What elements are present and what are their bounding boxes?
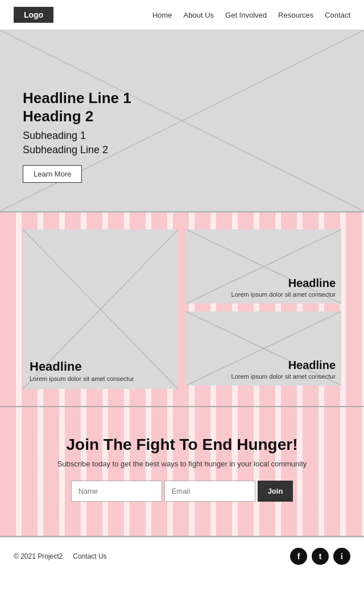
- card-large[interactable]: Headline Lorem ipsum dolor sit amet cons…: [23, 229, 178, 389]
- cta-section: Join The Fight To End Hunger! Subscribe …: [0, 407, 364, 537]
- hero-headline2: Heading 2: [23, 108, 131, 125]
- card-bottom-right-body: Lorem ipsum dolor sit amet consectur: [192, 373, 336, 380]
- cards-section: Headline Lorem ipsum dolor sit amet cons…: [0, 212, 364, 407]
- footer: © 2021 Project2 Contact Us f t i: [0, 537, 364, 575]
- card-bottom-right-headline: Headline: [192, 359, 336, 372]
- card-top-right[interactable]: Headline Lorem ipsum dolor sit amet cons…: [186, 229, 341, 304]
- nav-about[interactable]: About Us: [184, 11, 214, 19]
- logo: Logo: [14, 7, 53, 23]
- navbar: Logo Home About Us Get Involved Resource…: [0, 0, 364, 30]
- hero-section: Headline Line 1 Heading 2 Subheading 1 S…: [0, 30, 364, 212]
- cta-email-input[interactable]: [164, 481, 255, 502]
- cta-form: Join: [34, 481, 330, 502]
- nav-contact[interactable]: Contact: [325, 11, 350, 19]
- cards-grid: Headline Lorem ipsum dolor sit amet cons…: [23, 229, 341, 389]
- card-large-body: Lorem ipsum dolor sit amet consectur: [30, 375, 171, 382]
- cta-subtext: Subscribe today to get the best ways to …: [34, 460, 330, 468]
- cta-heading: Join The Fight To End Hunger!: [34, 436, 330, 454]
- card-bottom-right-label: Headline Lorem ipsum dolor sit amet cons…: [192, 359, 336, 380]
- card-top-right-body: Lorem ipsum dolor sit amet consectur: [192, 291, 336, 298]
- hero-content: Headline Line 1 Heading 2 Subheading 1 S…: [23, 89, 131, 183]
- nav-get-involved[interactable]: Get Involved: [225, 11, 267, 19]
- hero-subheading2: Subheading Line 2: [23, 143, 131, 157]
- card-top-right-label: Headline Lorem ipsum dolor sit amet cons…: [192, 277, 336, 298]
- nav-links: Home About Us Get Involved Resources Con…: [152, 10, 350, 20]
- card-large-label: Headline Lorem ipsum dolor sit amet cons…: [30, 359, 171, 382]
- twitter-icon[interactable]: t: [312, 548, 329, 565]
- card-right-column: Headline Lorem ipsum dolor sit amet cons…: [186, 229, 341, 389]
- instagram-icon[interactable]: i: [333, 548, 350, 565]
- facebook-icon[interactable]: f: [290, 548, 307, 565]
- footer-left: © 2021 Project2 Contact Us: [14, 552, 107, 560]
- card-top-right-headline: Headline: [192, 277, 336, 290]
- card-large-headline: Headline: [30, 359, 171, 374]
- card-bottom-right[interactable]: Headline Lorem ipsum dolor sit amet cons…: [186, 311, 341, 386]
- social-icons: f t i: [290, 548, 350, 565]
- cta-join-button[interactable]: Join: [258, 481, 293, 502]
- footer-contact-link[interactable]: Contact Us: [73, 552, 106, 560]
- footer-copyright: © 2021 Project2: [14, 552, 63, 560]
- hero-subheading1: Subheading 1: [23, 129, 131, 143]
- hero-headline1: Headline Line 1: [23, 89, 131, 107]
- cta-name-input[interactable]: [71, 481, 162, 502]
- nav-home[interactable]: Home: [152, 11, 172, 19]
- hero-cta-button[interactable]: Learn More: [23, 165, 82, 183]
- nav-resources[interactable]: Resources: [278, 11, 313, 19]
